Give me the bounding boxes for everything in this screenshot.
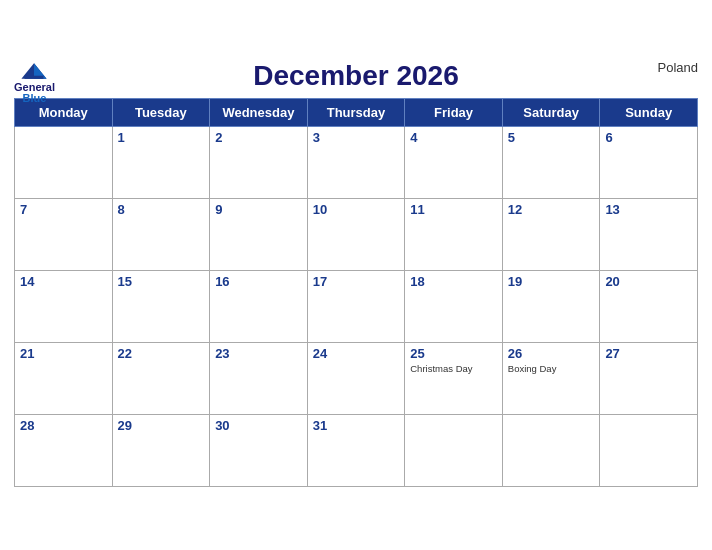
day-number: 15 [118,274,205,289]
day-number: 10 [313,202,400,217]
day-number: 11 [410,202,497,217]
svg-rect-3 [25,75,44,78]
calendar-cell: 26Boxing Day [502,342,600,414]
day-number: 28 [20,418,107,433]
day-number: 6 [605,130,692,145]
calendar-cell: 17 [307,270,405,342]
holiday-name: Boxing Day [508,363,595,374]
header-friday: Friday [405,98,503,126]
day-number: 4 [410,130,497,145]
calendar-cell: 12 [502,198,600,270]
calendar-cell: 18 [405,270,503,342]
calendar-cell: 21 [15,342,113,414]
day-number: 9 [215,202,302,217]
calendar-cell: 10 [307,198,405,270]
generalblue-logo-icon [16,60,52,82]
weekday-header-row: Monday Tuesday Wednesday Thursday Friday… [15,98,698,126]
calendar-cell: 23 [210,342,308,414]
holiday-name: Christmas Day [410,363,497,374]
calendar-cell: 11 [405,198,503,270]
header-sunday: Sunday [600,98,698,126]
calendar-cell: 28 [15,414,113,486]
calendar-cell: 15 [112,270,210,342]
calendar-cell: 8 [112,198,210,270]
day-number: 21 [20,346,107,361]
day-number: 20 [605,274,692,289]
calendar-week-row: 2122232425Christmas Day26Boxing Day27 [15,342,698,414]
calendar-header: General Blue December 2026 Poland [14,60,698,92]
calendar-cell: 13 [600,198,698,270]
calendar-cell: 16 [210,270,308,342]
day-number: 14 [20,274,107,289]
calendar-week-row: 14151617181920 [15,270,698,342]
country-label: Poland [658,60,698,75]
calendar-cell: 1 [112,126,210,198]
calendar-week-row: 78910111213 [15,198,698,270]
calendar-cell: 5 [502,126,600,198]
calendar-cell: 31 [307,414,405,486]
calendar-cell: 2 [210,126,308,198]
calendar-cell: 6 [600,126,698,198]
day-number: 27 [605,346,692,361]
day-number: 3 [313,130,400,145]
header-tuesday: Tuesday [112,98,210,126]
calendar-cell: 14 [15,270,113,342]
calendar-cell: 22 [112,342,210,414]
calendar-cell: 24 [307,342,405,414]
calendar-cell: 30 [210,414,308,486]
day-number: 1 [118,130,205,145]
day-number: 7 [20,202,107,217]
day-number: 25 [410,346,497,361]
day-number: 19 [508,274,595,289]
calendar-cell [600,414,698,486]
calendar-week-row: 28293031 [15,414,698,486]
calendar-cell: 7 [15,198,113,270]
logo-area: General Blue [14,60,55,104]
day-number: 24 [313,346,400,361]
calendar-cell [15,126,113,198]
day-number: 31 [313,418,400,433]
calendar-cell: 25Christmas Day [405,342,503,414]
calendar-cell: 29 [112,414,210,486]
day-number: 16 [215,274,302,289]
day-number: 26 [508,346,595,361]
calendar-cell: 9 [210,198,308,270]
day-number: 17 [313,274,400,289]
day-number: 29 [118,418,205,433]
calendar-title: December 2026 [253,60,458,92]
day-number: 30 [215,418,302,433]
day-number: 13 [605,202,692,217]
header-thursday: Thursday [307,98,405,126]
calendar-cell: 4 [405,126,503,198]
day-number: 5 [508,130,595,145]
header-wednesday: Wednesday [210,98,308,126]
calendar-cell [405,414,503,486]
day-number: 18 [410,274,497,289]
logo-general-text: General [14,82,55,93]
day-number: 12 [508,202,595,217]
calendar-table: Monday Tuesday Wednesday Thursday Friday… [14,98,698,487]
calendar-cell [502,414,600,486]
calendar-cell: 20 [600,270,698,342]
calendar-wrapper: General Blue December 2026 Poland Monday… [0,50,712,501]
calendar-cell: 19 [502,270,600,342]
calendar-cell: 3 [307,126,405,198]
day-number: 2 [215,130,302,145]
day-number: 22 [118,346,205,361]
calendar-cell: 27 [600,342,698,414]
header-saturday: Saturday [502,98,600,126]
day-number: 23 [215,346,302,361]
day-number: 8 [118,202,205,217]
calendar-week-row: 123456 [15,126,698,198]
logo-blue-text: Blue [23,93,47,104]
